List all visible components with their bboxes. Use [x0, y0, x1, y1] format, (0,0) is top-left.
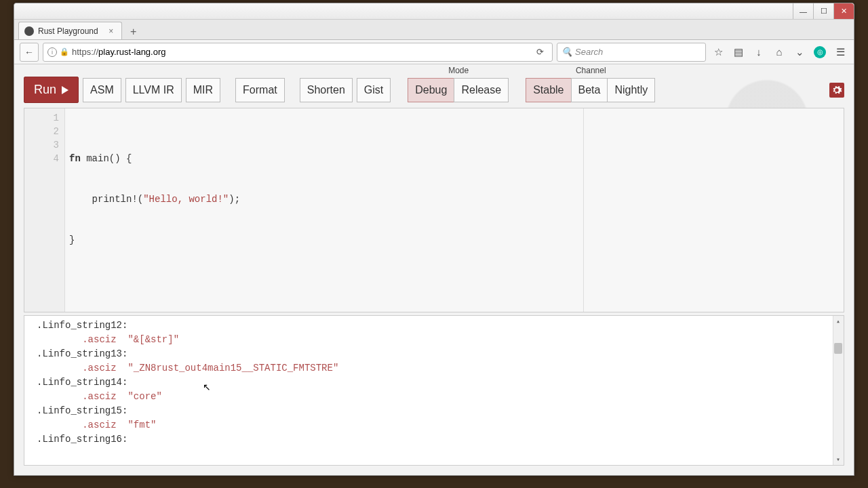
menu-icon[interactable]: ☰	[832, 44, 848, 60]
mir-button[interactable]: MIR	[186, 78, 220, 102]
downloads-icon[interactable]: ↓	[751, 44, 767, 60]
reload-button[interactable]: ⟳	[532, 47, 548, 57]
output-line: .Linfo_string13:	[37, 347, 831, 361]
back-button[interactable]: ←	[20, 43, 39, 62]
shorten-button[interactable]: Shorten	[300, 78, 353, 102]
line-number: 1	[24, 111, 59, 125]
scroll-thumb[interactable]	[834, 343, 842, 354]
line-number: 3	[24, 138, 59, 152]
line-gutter: 1 2 3 4	[24, 108, 65, 312]
channel-stable-button[interactable]: Stable	[526, 78, 571, 102]
address-field[interactable]: i 🔒 https://play.rust-lang.org ⟳	[43, 43, 553, 62]
tab-close-icon[interactable]: ×	[106, 26, 116, 36]
output-content[interactable]: .Linfo_string12: .asciz "&[&str]".Linfo_…	[24, 316, 844, 449]
titlebar: — ☐ ✕	[14, 3, 854, 20]
channel-nightly-button[interactable]: Nightly	[607, 78, 655, 102]
scroll-up-icon[interactable]: ▴	[833, 316, 844, 327]
url-text: https://play.rust-lang.org	[72, 47, 166, 57]
code-token: println!(	[69, 194, 143, 205]
code-area[interactable]: fn main() { println!("Hello, world!"); }	[65, 108, 844, 312]
run-button[interactable]: Run	[24, 77, 79, 103]
bookmark-star-icon[interactable]: ☆	[710, 44, 726, 60]
page-content: Run ASM LLVM IR MIR Format Shorten Gist …	[14, 64, 854, 475]
scroll-down-icon[interactable]: ▾	[833, 454, 844, 465]
browser-window: — ☐ ✕ Rust Playground × + ← i 🔒 https://…	[14, 3, 854, 476]
line-number: 2	[24, 125, 59, 138]
home-icon[interactable]: ⌂	[771, 44, 787, 60]
line-number: 4	[24, 152, 59, 165]
channel-beta-button[interactable]: Beta	[571, 78, 608, 102]
browser-tab[interactable]: Rust Playground ×	[18, 22, 122, 39]
addon-icon[interactable]: ◎	[812, 44, 828, 60]
output-line: .asciz "fmt"	[37, 418, 831, 432]
maximize-button[interactable]: ☐	[813, 3, 833, 19]
output-line: .asciz "_ZN8rust_out4main15__STATIC_FMTS…	[37, 361, 831, 375]
output-line: .asciz "&[&str]"	[37, 333, 831, 347]
run-label: Run	[34, 83, 56, 97]
search-field[interactable]: 🔍 Search	[557, 43, 706, 62]
channel-group: Channel Stable Beta Nightly	[526, 78, 655, 102]
mode-debug-button[interactable]: Debug	[408, 78, 454, 102]
asm-button[interactable]: ASM	[83, 78, 121, 102]
column-ruler	[583, 108, 584, 312]
output-panel: .Linfo_string12: .asciz "&[&str]".Linfo_…	[24, 315, 844, 466]
playground-toolbar: Run ASM LLVM IR MIR Format Shorten Gist …	[24, 77, 844, 103]
code-token: );	[229, 194, 240, 205]
close-button[interactable]: ✕	[833, 3, 854, 19]
code-token: "Hello, world!"	[143, 194, 229, 205]
favicon-icon	[24, 26, 34, 36]
mode-release-button[interactable]: Release	[454, 78, 509, 102]
code-token: main() {	[81, 153, 132, 164]
code-token: }	[69, 235, 75, 245]
lock-icon: 🔒	[60, 47, 69, 56]
url-host: play.rust-lang.org	[98, 47, 165, 57]
mode-label: Mode	[408, 66, 509, 75]
output-line: .asciz "core"	[37, 390, 831, 404]
play-icon	[62, 86, 68, 94]
pocket-icon[interactable]: ⌄	[791, 44, 808, 60]
search-icon: 🔍	[561, 47, 572, 57]
output-line: .Linfo_string16:	[37, 432, 831, 447]
url-bar: ← i 🔒 https://play.rust-lang.org ⟳ 🔍 Sea…	[14, 40, 854, 64]
new-tab-button[interactable]: +	[126, 24, 141, 39]
llvm-ir-button[interactable]: LLVM IR	[125, 78, 182, 102]
tab-title: Rust Playground	[38, 26, 98, 36]
gist-button[interactable]: Gist	[357, 78, 391, 102]
output-line: .Linfo_string14:	[37, 375, 831, 390]
settings-gear-icon[interactable]	[829, 83, 844, 98]
output-scrollbar[interactable]: ▴ ▾	[833, 316, 844, 465]
url-scheme: https://	[72, 47, 98, 57]
format-button[interactable]: Format	[235, 78, 285, 102]
output-line: .Linfo_string15:	[37, 404, 831, 418]
output-line: .Linfo_string12:	[37, 319, 831, 333]
minimize-button[interactable]: —	[793, 3, 813, 19]
site-info-icon[interactable]: i	[47, 47, 57, 57]
code-token: fn	[69, 153, 81, 164]
library-icon[interactable]: ▤	[730, 44, 747, 60]
tab-strip: Rust Playground × +	[14, 20, 854, 40]
channel-label: Channel	[526, 66, 655, 75]
search-placeholder: Search	[575, 47, 603, 57]
code-editor[interactable]: 1 2 3 4 fn main() { println!("Hello, wor…	[24, 108, 844, 312]
mode-group: Mode Debug Release	[408, 78, 509, 102]
